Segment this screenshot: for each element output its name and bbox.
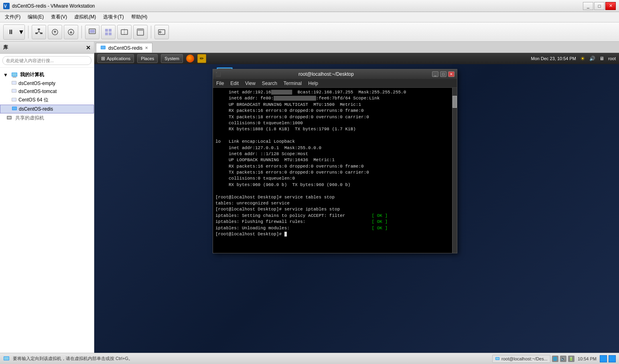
expand-icon: ▼: [3, 72, 8, 78]
vm-tab-dsCentOS-redis[interactable]: dsCentOS-redis ✕: [96, 43, 152, 53]
sidebar-item-dsCentOS-empty[interactable]: dsCentOS-empty: [0, 79, 94, 87]
toolbar-separator-3: [151, 26, 151, 38]
terminal-window: ⬛ root@localhost:~/Desktop _ □ ✕ File Ed…: [213, 69, 457, 253]
menu-file[interactable]: 文件(F): [2, 13, 24, 21]
stretch-button[interactable]: [117, 25, 132, 39]
volume-icon[interactable]: 🔊: [589, 56, 595, 61]
svg-rect-16: [105, 32, 108, 35]
tree-group-my-computers: ▼ 我的计算机: [0, 69, 94, 123]
unity-button[interactable]: [101, 25, 116, 39]
sidebar-item-dsCentOS-redis[interactable]: dsCentOS-redis: [0, 105, 94, 113]
term-line-iptables-3: iptables: Unloading modules: [ OK ]: [215, 225, 450, 231]
sidebar-search-area: [0, 54, 94, 68]
taskbar-vm-icon: [495, 357, 500, 361]
terminal-menu-help[interactable]: Help: [306, 81, 320, 86]
terminal-minimize-button[interactable]: _: [432, 71, 438, 77]
network-icon: [35, 28, 43, 36]
console-icon: [158, 28, 166, 36]
terminal-menu-view[interactable]: View: [244, 81, 257, 86]
taskbar-vm-button[interactable]: root@localhost:~/Des...: [492, 355, 550, 363]
terminal-menu-file[interactable]: File: [215, 81, 225, 86]
svg-rect-31: [12, 89, 16, 92]
statusbar-right: root@localhost:~/Des... 🌐 🔊 🔋 10:54 PM: [492, 355, 616, 363]
sidebar-item-dsCentOS-tomcat[interactable]: dsCentOS-tomcat: [0, 87, 94, 95]
terminal-menu-terminal[interactable]: Terminal: [282, 81, 303, 86]
datetime-display: Mon Dec 23, 10:54 PM: [531, 56, 576, 61]
titlebar: V dsCentOS-redis - VMware Workstation _ …: [0, 0, 619, 12]
terminal-scrollbar-thumb[interactable]: [453, 96, 457, 108]
hide-panel-icon: [136, 28, 144, 36]
menu-tab[interactable]: 选项卡(T): [100, 13, 127, 21]
snapshot1-icon: [51, 28, 59, 36]
sidebar: 库 ✕ ▼ 我的计算机: [0, 42, 94, 353]
term-line-blank: [215, 188, 450, 194]
term-line-lo-inet: inet addr:127.0.0.1 Mask:255.0.0.0: [215, 145, 450, 151]
snapshot2-button[interactable]: [64, 25, 78, 39]
svg-rect-33: [12, 98, 16, 101]
tray-icon-1: [600, 355, 607, 362]
unity-icon: [104, 28, 112, 36]
menu-edit[interactable]: 编辑(E): [24, 13, 47, 21]
svg-rect-17: [109, 32, 112, 35]
term-line-iptables-2: iptables: Flushing firewall rules: [ OK …: [215, 219, 450, 225]
console-button[interactable]: [154, 25, 169, 39]
pause-button[interactable]: ⏸: [4, 25, 18, 39]
terminal-close-button[interactable]: ✕: [448, 71, 455, 77]
close-button[interactable]: ✕: [605, 2, 616, 10]
term-line-1: inet6 addr: fe80:████████████████:fee6:7…: [215, 95, 450, 101]
my-computers-icon: [11, 72, 18, 78]
terminal-menu-edit[interactable]: Edit: [229, 81, 240, 86]
vmware-icon: V: [3, 3, 10, 9]
terminal-title: root@localhost:~/Desktop: [221, 71, 431, 77]
menu-vm[interactable]: 虚拟机(M): [71, 13, 99, 21]
svg-rect-39: [101, 46, 105, 49]
vm-icon-redis: [12, 106, 17, 112]
menu-view[interactable]: 查看(V): [48, 13, 70, 21]
term-line-lo-rx: RX packets:16 errors:0 dropped:0 overrun…: [215, 164, 450, 170]
main-area: 库 ✕ ▼ 我的计算机: [0, 42, 619, 353]
display-icon[interactable]: 🖥: [599, 56, 604, 61]
sidebar-item-shared-vms[interactable]: 共享的虚拟机: [0, 113, 94, 123]
term-line-cmd2: [root@localhost Desktop]# service iptabl…: [215, 206, 450, 212]
svg-rect-27: [12, 73, 17, 76]
panel-right: Mon Dec 23, 10:54 PM ☀ 🔊 🖥 root: [531, 55, 616, 62]
maximize-button[interactable]: □: [594, 2, 605, 10]
hide-panel-button[interactable]: [133, 25, 148, 39]
toolbar: ⏸ ▼: [0, 22, 619, 42]
firefox-button[interactable]: [186, 55, 194, 63]
terminal-menu-search[interactable]: Search: [260, 81, 279, 86]
terminal-scrollbar[interactable]: [452, 88, 457, 253]
vm-area: dsCentOS-redis ✕ ⊞ Applications Places S…: [94, 42, 619, 353]
network-tray-icon: 🌐: [552, 356, 558, 362]
terminal-cursor: [284, 232, 287, 237]
sidebar-close-button[interactable]: ✕: [86, 44, 91, 51]
network-button[interactable]: [32, 25, 46, 39]
search-input[interactable]: [2, 56, 91, 65]
status-message: 要将输入定向到该虚拟机，请在虚拟机内部单击或按 Ctrl+G。: [13, 356, 133, 362]
terminal-content[interactable]: inet addr:192.16████████ Bcast:192.168.1…: [213, 88, 452, 253]
centos-desktop[interactable]: ⊞ Applications Places System ✏ Mon Dec 2…: [94, 53, 619, 353]
username-display: root: [608, 56, 616, 61]
pencil-icon-button[interactable]: ✏: [197, 54, 206, 63]
sidebar-item-CentOS-64bit[interactable]: CentOS 64 位: [0, 95, 94, 105]
term-line-3: RX packets:16 errors:0 dropped:0 overrun…: [215, 108, 450, 114]
snapshot1-button[interactable]: [48, 25, 62, 39]
vm-tab-icon: [100, 45, 106, 51]
pause-dropdown-button[interactable]: ▼: [18, 25, 24, 39]
battery-tray-icon: 🔋: [568, 356, 574, 362]
term-line-lo: lo Link encap:Local Loopback: [215, 139, 450, 145]
places-label: Places: [141, 56, 154, 61]
svg-rect-15: [109, 29, 112, 32]
tab-close-button[interactable]: ✕: [145, 46, 148, 50]
system-menu-button[interactable]: System: [161, 54, 183, 63]
places-menu-button[interactable]: Places: [137, 54, 158, 63]
minimize-button[interactable]: _: [583, 2, 593, 10]
tree-group-my-computers-header[interactable]: ▼ 我的计算机: [0, 70, 94, 79]
applications-menu-button[interactable]: ⊞ Applications: [97, 54, 134, 63]
svg-rect-57: [4, 357, 9, 360]
tab-bar: dsCentOS-redis ✕: [94, 42, 619, 53]
menu-help[interactable]: 帮助(H): [128, 13, 151, 21]
fullscreen-button[interactable]: [85, 25, 99, 39]
terminal-maximize-button[interactable]: □: [440, 71, 446, 77]
window-title: dsCentOS-redis - VMware Workstation: [12, 3, 95, 9]
